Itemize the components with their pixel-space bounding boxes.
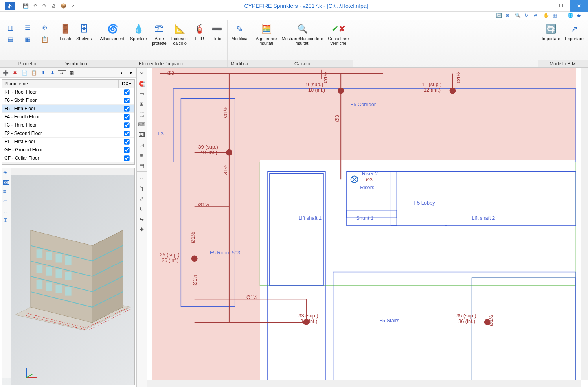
row-dxf-checkbox[interactable]	[119, 113, 134, 121]
btn-levels[interactable]: ☰	[20, 22, 35, 33]
btn-modifica[interactable]: ✎Modifica	[230, 22, 249, 42]
box-icon[interactable]: 📦	[60, 2, 67, 9]
btn-sprinkler[interactable]: 💧Sprinkler	[129, 22, 149, 42]
copy-icon[interactable]: 📄	[20, 69, 28, 77]
drawing-scrollbar-h[interactable]	[147, 380, 581, 387]
tool-rect[interactable]: ▭	[138, 90, 146, 98]
row-dxf-checkbox[interactable]	[119, 138, 134, 146]
row-dxf-checkbox[interactable]	[119, 88, 134, 96]
save-icon[interactable]: 💾	[22, 2, 29, 9]
btn-esportare[interactable]: ↗Esportare	[563, 22, 585, 42]
refresh-icon[interactable]: ↻	[524, 13, 531, 20]
table-row[interactable]: RF - Roof Floor	[2, 88, 134, 96]
svg-text:40 (inf.): 40 (inf.)	[200, 149, 217, 155]
print-icon[interactable]: 🖨	[50, 2, 57, 9]
zoom-window-icon[interactable]: 🔍	[515, 13, 522, 20]
table-row[interactable]: F6 - Sixth Floor	[2, 96, 134, 105]
help-icon[interactable]: ◆	[577, 13, 584, 20]
tool-angle[interactable]: ◿	[138, 141, 146, 149]
btn-settings[interactable]: ⚙	[37, 22, 53, 33]
redo-icon[interactable]: ↷	[41, 2, 48, 9]
tool-mirror[interactable]: ⇋	[138, 215, 146, 223]
row-dxf-checkbox[interactable]	[119, 105, 134, 112]
axis-icon[interactable]: ✳	[3, 170, 10, 177]
table-row[interactable]: F1 - First Floor	[2, 138, 134, 146]
row-dxf-checkbox[interactable]	[119, 154, 134, 162]
tool-measure[interactable]: 1.4	[138, 131, 146, 138]
tool-select[interactable]: ⬚	[138, 110, 146, 118]
dxf-icon[interactable]: DXF	[58, 69, 66, 77]
btn-locali[interactable]: 🚪Locali	[57, 22, 73, 42]
move-up-icon[interactable]: ⬆	[39, 69, 47, 77]
table-row[interactable]: F5 - Fifth Floor	[2, 105, 134, 113]
rotate-view-icon[interactable]: 🔄	[496, 13, 503, 20]
btn-section[interactable]: ▤	[2, 34, 18, 45]
globe-icon[interactable]: 🌐	[568, 13, 575, 20]
minimize-button[interactable]: —	[534, 0, 552, 12]
drawing-scrollbar-v[interactable]	[581, 68, 588, 380]
btn-mostrare[interactable]: 🔍Mostrare/Nascondere risultati	[280, 22, 325, 46]
btn-grid2[interactable]: ▦	[20, 34, 35, 45]
undo-icon[interactable]: ↶	[31, 2, 39, 9]
close-button[interactable]: ✕	[570, 0, 588, 12]
tool-move[interactable]: ✥	[138, 225, 146, 233]
view3d-icon[interactable]: 3D	[3, 179, 10, 186]
collapse-down-icon[interactable]: ▾	[127, 69, 135, 77]
table-row[interactable]: GF - Ground Floor	[2, 146, 134, 154]
tool-calc[interactable]: 🖩	[138, 151, 146, 159]
tool-cut[interactable]: ✂	[138, 69, 146, 77]
btn-fhr[interactable]: 🧯FHR	[192, 22, 208, 42]
maximize-button[interactable]: ☐	[552, 0, 570, 12]
preview-3d-canvas[interactable]	[11, 175, 134, 385]
layers3d-icon[interactable]: ≡	[3, 189, 10, 196]
paste-icon[interactable]: 📋	[30, 69, 38, 77]
tool-arrow2[interactable]: ⇅	[138, 184, 146, 192]
zoom-out-icon[interactable]: ⊖	[534, 13, 541, 20]
btn-importare[interactable]: 🔄Importare	[540, 22, 562, 42]
tool-arrow3[interactable]: ⤢	[138, 195, 146, 203]
table-row[interactable]: CF - Cellar Floor	[2, 154, 134, 162]
tool-keyboard[interactable]: ⌨	[138, 120, 146, 128]
table-row[interactable]: F3 - Third Floor	[2, 121, 134, 129]
pan-icon[interactable]: ✋	[543, 13, 550, 20]
btn-list[interactable]: 📋	[37, 34, 53, 45]
add-icon[interactable]: ➕	[2, 69, 9, 77]
view-icon[interactable]: ▦	[553, 13, 560, 20]
row-dxf-checkbox[interactable]	[119, 96, 134, 104]
cube2-icon[interactable]: ◫	[3, 217, 10, 224]
table-grip[interactable]: • • • •	[2, 162, 134, 164]
preview-scrollbar-h[interactable]	[11, 168, 134, 175]
tool-grid[interactable]: ⊞	[138, 100, 146, 108]
table-row[interactable]: F2 - Second Floor	[2, 129, 134, 138]
app-icon[interactable]	[0, 0, 20, 12]
persp-icon[interactable]: ▱	[3, 198, 10, 205]
btn-aggiornare[interactable]: 🧮Aggiornare risultati	[254, 22, 279, 46]
btn-aree[interactable]: ⛱Aree protette	[150, 22, 168, 46]
btn-allacciamenti[interactable]: 🌀Allacciamenti	[98, 22, 127, 42]
drawing-canvas[interactable]: F5 Corridor Lift shaft 1 Shunt 1 F5 Lobb…	[147, 68, 581, 380]
svg-point-52	[338, 88, 344, 94]
row-dxf-checkbox[interactable]	[119, 146, 134, 154]
tool-magnet[interactable]: 🧲	[138, 79, 146, 87]
btn-shelves[interactable]: 🗄Shelves	[75, 22, 93, 42]
btn-ipotesi[interactable]: 📐Ipotesi di calcolo	[170, 22, 190, 46]
collapse-up-icon[interactable]: ▴	[118, 69, 125, 77]
table-row[interactable]: F4 - Fourth Floor	[2, 113, 134, 121]
tool-trim[interactable]: ⊢	[138, 236, 146, 243]
delete-icon[interactable]: ✖	[11, 69, 19, 77]
ribbon-label-elementi: Elementi dell'impianto	[96, 60, 227, 67]
move-down-icon[interactable]: ⬇	[49, 69, 57, 77]
layers-icon[interactable]: ▦	[68, 69, 75, 77]
btn-consultare[interactable]: ✔✘Consultare verifiche	[326, 22, 350, 46]
cube-icon[interactable]: ⬚	[3, 208, 10, 215]
btn-tubi[interactable]: ➖Tubi	[209, 22, 225, 42]
tool-arrow1[interactable]: ↔	[138, 174, 146, 182]
zoom-extents-icon[interactable]: ⊕	[505, 13, 513, 20]
row-dxf-checkbox[interactable]	[119, 129, 134, 137]
separator	[137, 171, 147, 172]
export-icon[interactable]: ↗	[69, 2, 76, 9]
row-dxf-checkbox[interactable]	[119, 121, 134, 129]
tool-rotate[interactable]: ↻	[138, 205, 146, 213]
tool-layers[interactable]: ▤	[138, 161, 146, 169]
btn-plan[interactable]: ▥	[2, 22, 18, 33]
